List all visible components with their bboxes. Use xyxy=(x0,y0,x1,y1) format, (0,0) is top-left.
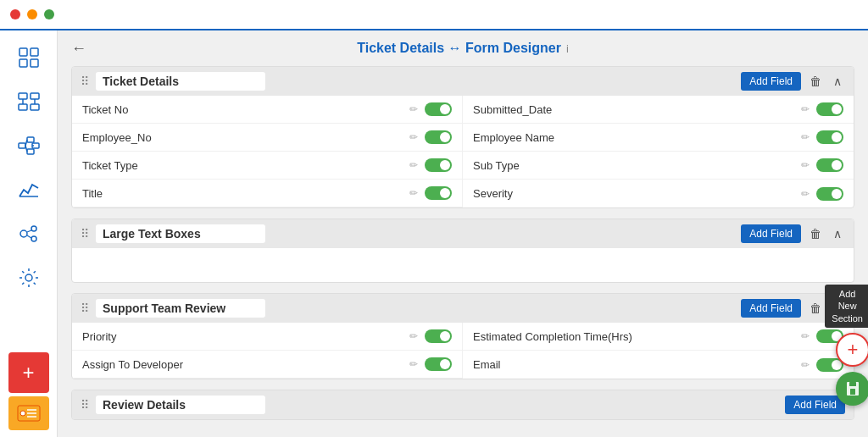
edit-icon[interactable]: ✏ xyxy=(801,330,810,342)
toggle-sub-type[interactable] xyxy=(816,158,843,172)
table-row: Email ✏ xyxy=(463,351,854,379)
table-row: Ticket Type ✏ xyxy=(72,152,463,180)
section-actions: Add Field 🗑 ∧ xyxy=(741,72,845,91)
edit-icon[interactable]: ✏ xyxy=(801,131,810,143)
edit-icon[interactable]: ✏ xyxy=(409,131,418,143)
support-add-field-button[interactable]: Add Field xyxy=(741,299,801,318)
grid-icon: ⠿ xyxy=(81,75,89,88)
edit-icon[interactable]: ✏ xyxy=(801,103,810,115)
back-button[interactable]: ← xyxy=(71,40,86,58)
red-dot[interactable] xyxy=(10,9,20,19)
svg-rect-5 xyxy=(31,93,39,99)
edit-icon[interactable]: ✏ xyxy=(409,330,418,342)
field-completion-time: Estimated Completion Time(Hrs) xyxy=(473,330,794,343)
large-text-header: ⠿ Large Text Boxes Add Field 🗑 ∧ xyxy=(72,219,854,248)
svg-rect-7 xyxy=(31,104,39,110)
svg-point-26 xyxy=(20,411,25,416)
ticket-fields-grid: Ticket No ✏ Submitted_Date ✏ Employee_No… xyxy=(72,96,854,207)
content-area: ← Ticket Details ↔ Form Designer i ⠿ Tic… xyxy=(58,30,868,437)
table-row: Estimated Completion Time(Hrs) ✏ xyxy=(463,323,854,351)
settings-icon[interactable] xyxy=(8,257,49,298)
top-bar xyxy=(0,0,868,30)
ticket-collapse-button[interactable]: ∧ xyxy=(830,73,845,90)
field-priority: Priority xyxy=(82,330,403,343)
table-row: Employee Name ✏ xyxy=(463,124,854,152)
svg-rect-11 xyxy=(27,137,34,142)
ticket-button[interactable] xyxy=(8,396,49,430)
toggle-ticket-type[interactable] xyxy=(425,158,452,172)
add-button[interactable]: + xyxy=(8,352,49,393)
svg-rect-10 xyxy=(19,143,25,148)
ticket-details-title: Ticket Details xyxy=(96,72,265,91)
svg-line-22 xyxy=(27,235,31,238)
svg-point-19 xyxy=(31,226,36,231)
table-row: Title ✏ xyxy=(72,180,463,207)
field-employee-no: Employee_No xyxy=(82,131,403,144)
page-header: ← Ticket Details ↔ Form Designer i xyxy=(71,41,854,56)
support-team-header: ⠿ Support Team Review Add Field 🗑 ∧ xyxy=(72,294,854,323)
toggle-priority[interactable] xyxy=(425,329,452,343)
flow-icon[interactable] xyxy=(8,125,49,166)
section-title-area: ⠿ Large Text Boxes xyxy=(81,224,265,243)
green-dot[interactable] xyxy=(44,9,54,19)
table-row: Priority ✏ xyxy=(72,323,463,351)
edit-icon[interactable]: ✏ xyxy=(801,359,810,371)
svg-rect-4 xyxy=(19,93,27,99)
field-submitted-date: Submitted_Date xyxy=(473,103,794,116)
svg-rect-12 xyxy=(27,149,34,154)
field-ticket-no: Ticket No xyxy=(82,103,403,116)
svg-rect-0 xyxy=(19,48,27,56)
edit-icon[interactable]: ✏ xyxy=(409,103,418,115)
large-text-title: Large Text Boxes xyxy=(96,224,265,243)
sidebar-bottom: + xyxy=(8,352,49,437)
edit-icon[interactable]: ✏ xyxy=(409,159,418,171)
support-delete-button[interactable]: 🗑 xyxy=(806,300,825,317)
dashboard-icon[interactable] xyxy=(8,37,49,78)
support-team-title: Support Team Review xyxy=(96,299,265,318)
workflow-icon[interactable] xyxy=(8,81,49,122)
large-text-collapse-button[interactable]: ∧ xyxy=(830,225,845,242)
section-actions: Add Field 🗑 ∧ xyxy=(741,224,845,243)
svg-rect-1 xyxy=(31,48,38,56)
edit-icon[interactable]: ✏ xyxy=(801,159,810,171)
support-fields-grid: Priority ✏ Estimated Completion Time(Hrs… xyxy=(72,323,854,379)
toggle-assign-developer[interactable] xyxy=(425,357,452,371)
toggle-employee-name[interactable] xyxy=(816,130,843,144)
svg-rect-3 xyxy=(31,59,38,67)
large-text-empty xyxy=(72,248,854,282)
toggle-submitted-date[interactable] xyxy=(816,102,843,116)
edit-icon[interactable]: ✏ xyxy=(801,188,810,200)
toggle-ticket-no[interactable] xyxy=(425,102,452,116)
svg-point-18 xyxy=(20,230,27,237)
svg-point-23 xyxy=(25,274,32,281)
orange-dot[interactable] xyxy=(27,9,37,19)
large-text-delete-button[interactable]: 🗑 xyxy=(806,225,825,242)
info-icon[interactable]: i xyxy=(566,42,569,55)
toggle-severity[interactable] xyxy=(816,187,843,201)
grid-icon: ⠿ xyxy=(81,227,89,241)
section-title-area: ⠿ Ticket Details xyxy=(81,72,265,91)
toggle-title[interactable] xyxy=(425,186,452,200)
svg-rect-32 xyxy=(850,389,855,395)
large-text-add-field-button[interactable]: Add Field xyxy=(741,224,801,243)
ticket-delete-button[interactable]: 🗑 xyxy=(806,73,825,90)
svg-line-14 xyxy=(25,140,27,146)
toggle-employee-no[interactable] xyxy=(425,130,452,144)
add-new-section-tooltip: AddNewSection xyxy=(825,285,868,328)
section-title-area: ⠿ Support Team Review xyxy=(81,299,265,318)
edit-icon[interactable]: ✏ xyxy=(409,187,418,199)
section-title-area: ⠿ Review Details xyxy=(81,396,265,414)
analytics-icon[interactable] xyxy=(8,213,49,254)
table-row: Severity ✏ xyxy=(463,180,854,207)
grid-icon: ⠿ xyxy=(81,398,89,412)
ticket-details-section: ⠿ Ticket Details Add Field 🗑 ∧ Ticket No… xyxy=(71,66,854,208)
edit-icon[interactable]: ✏ xyxy=(409,358,418,370)
table-row: Submitted_Date ✏ xyxy=(463,96,854,124)
field-sub-type: Sub Type xyxy=(473,159,794,172)
fab-save-button[interactable] xyxy=(836,372,868,406)
field-title: Title xyxy=(82,187,403,200)
ticket-add-field-button[interactable]: Add Field xyxy=(741,72,801,91)
table-row: Employee_No ✏ xyxy=(72,124,463,152)
chart-icon[interactable] xyxy=(8,169,49,210)
fab-add-section-button[interactable]: + xyxy=(836,333,868,367)
